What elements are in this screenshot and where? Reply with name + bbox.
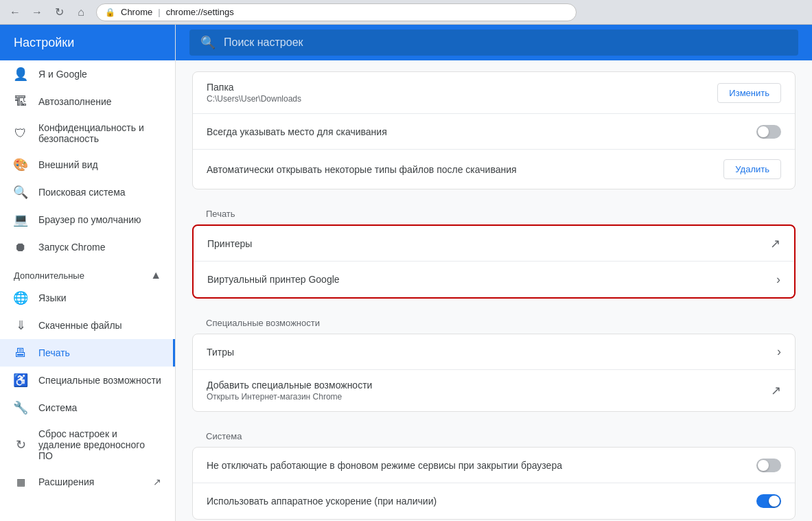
captions-row[interactable]: Титры › [193,334,795,370]
sidebar-item-label: Сброс настроек и удаление вредоносного П… [38,428,161,461]
google-printer-label: Виртуальный принтер Google [207,274,340,285]
power-icon: ⏺ [14,240,27,254]
sidebar-item-search[interactable]: 🔍 Поисковая система [0,178,175,206]
sidebar-item-label: Печать [38,347,70,358]
auto-open-row: Автоматически открывать некоторые типы ф… [193,150,795,189]
accessibility-icon: ♿ [14,373,27,387]
sidebar-item-reset[interactable]: ↻ Сброс настроек и удаление вредоносного… [0,421,175,468]
folder-row: Папка C:\Users\User\Downloads Изменить [193,72,795,114]
extension-icon: ▦ [14,475,27,489]
printers-row[interactable]: Принтеры ↗ [194,226,794,262]
advanced-section-label[interactable]: Дополнительные ▲ [0,261,175,284]
sidebar-item-label: Запуск Chrome [38,242,105,253]
print-section-label: Печать [192,198,796,224]
hardware-accel-label: Использовать аппаратное ускорение (при н… [207,496,437,507]
add-accessibility-external-icon: ↗ [771,383,781,398]
downloads-section: Папка C:\Users\User\Downloads Изменить В… [192,71,796,189]
sidebar-item-extensions[interactable]: ▦ Расширения ↗ [0,468,175,496]
sidebar-item-label: Браузер по умолчанию [38,214,141,225]
extensions-label: Расширения [38,476,94,487]
hardware-accel-toggle[interactable] [756,494,781,508]
print-section: Принтеры ↗ Виртуальный принтер Google › [192,224,796,299]
google-printer-row[interactable]: Виртуальный принтер Google › [194,262,794,297]
home-button[interactable]: ⌂ [71,3,91,22]
palette-icon: 🎨 [14,158,27,172]
browser-title: Chrome [121,7,152,17]
sidebar-item-accessibility[interactable]: ♿ Специальные возможности [0,367,175,394]
forward-button[interactable]: → [27,3,47,22]
always-ask-row: Всегда указывать место для скачивания [193,114,795,150]
globe-icon: 🌐 [14,291,27,305]
wrench-icon: 🔧 [14,401,27,415]
sidebar-item-startup[interactable]: ⏺ Запуск Chrome [0,233,175,261]
change-folder-button[interactable]: Изменить [717,83,781,103]
app-container: Настройки 👤 Я и Google 🏗 Автозаполнение … [0,25,812,521]
system-section-label: Система [192,420,796,447]
printer-icon: 🖶 [14,346,27,360]
delete-button[interactable]: Удалить [723,159,781,179]
sidebar-item-me-google[interactable]: 👤 Я и Google [0,60,175,88]
background-services-row: Не отключать работающие в фоновом режиме… [193,448,795,483]
sidebar-item-label: Конфиденциальность и безопасность [38,122,161,144]
accessibility-section-label: Специальные возможности [192,307,796,334]
nav-buttons: ← → ↻ ⌂ [5,3,91,22]
content-body: Папка C:\Users\User\Downloads Изменить В… [176,60,812,521]
printers-external-icon: ↗ [770,236,780,251]
sidebar-title: Настройки [0,25,175,60]
folder-value: C:\Users\User\Downloads [207,94,301,104]
sidebar-item-system[interactable]: 🔧 Система [0,394,175,421]
printers-label: Принтеры [207,238,252,249]
address-url: chrome://settings [166,7,234,17]
accessibility-section: Титры › Добавить специальные возможности… [192,334,796,412]
add-accessibility-sublabel: Открыть Интернет-магазин Chrome [207,392,372,402]
back-button[interactable]: ← [5,3,25,22]
always-ask-label: Всегда указывать место для скачивания [207,126,387,137]
background-services-label: Не отключать работающие в фоновом режиме… [207,460,562,471]
sidebar-item-label: Языки [38,292,67,303]
sidebar-item-label: Внешний вид [38,159,98,170]
always-ask-toggle[interactable] [756,125,781,139]
captions-chevron-icon: › [777,345,781,359]
system-section: Не отключать работающие в фоновом режиме… [192,447,796,520]
badge-icon: 🏗 [14,95,27,108]
search-placeholder: Поиск настроек [224,36,303,49]
chevron-up-icon: ▲ [150,269,161,281]
person-icon: 👤 [14,67,27,81]
sidebar-item-label: Я и Google [38,69,87,80]
sidebar-item-label: Скаченные файлы [38,320,122,331]
shield-icon: 🛡 [14,126,27,140]
sidebar-item-default-browser[interactable]: 💻 Браузер по умолчанию [0,206,175,233]
sidebar-item-appearance[interactable]: 🎨 Внешний вид [0,151,175,178]
download-icon: ⇓ [14,319,27,332]
sidebar-item-autofill[interactable]: 🏗 Автозаполнение [0,88,175,115]
search-icon: 🔍 [14,185,27,199]
external-link-icon: ↗ [153,476,161,487]
sidebar-item-label: Автозаполнение [38,96,112,107]
browser-chrome: ← → ↻ ⌂ 🔒 Chrome | chrome://settings [0,0,812,25]
content-header: 🔍 Поиск настроек [176,25,812,60]
sidebar: Настройки 👤 Я и Google 🏗 Автозаполнение … [0,25,176,521]
folder-row-left: Папка C:\Users\User\Downloads [207,82,301,104]
main-content: 🔍 Поиск настроек Папка C:\Users\User\Dow… [176,25,812,521]
address-bar[interactable]: 🔒 Chrome | chrome://settings [96,3,577,21]
chevron-right-icon: › [776,273,780,287]
folder-label: Папка [207,82,301,93]
background-services-toggle[interactable] [756,459,781,472]
search-box[interactable]: 🔍 Поиск настроек [189,30,798,56]
sidebar-item-languages[interactable]: 🌐 Языки [0,284,175,312]
sidebar-item-label: Система [38,402,77,413]
sidebar-item-privacy[interactable]: 🛡 Конфиденциальность и безопасность [0,115,175,151]
sidebar-item-label: Специальные возможности [38,375,161,386]
site-info-icon: 🔒 [105,8,115,17]
add-accessibility-left: Добавить специальные возможности Открыть… [207,380,372,402]
add-accessibility-row[interactable]: Добавить специальные возможности Открыть… [193,370,795,411]
reload-button[interactable]: ↻ [49,3,69,22]
address-separator: | [158,7,160,17]
captions-label: Титры [207,347,234,358]
add-accessibility-label: Добавить специальные возможности [207,380,372,391]
sidebar-item-downloads[interactable]: ⇓ Скаченные файлы [0,312,175,339]
monitor-icon: 💻 [14,213,27,227]
auto-open-label: Автоматически открывать некоторые типы ф… [207,164,517,175]
sidebar-item-label: Поисковая система [38,187,126,198]
sidebar-item-print[interactable]: 🖶 Печать [0,339,175,367]
